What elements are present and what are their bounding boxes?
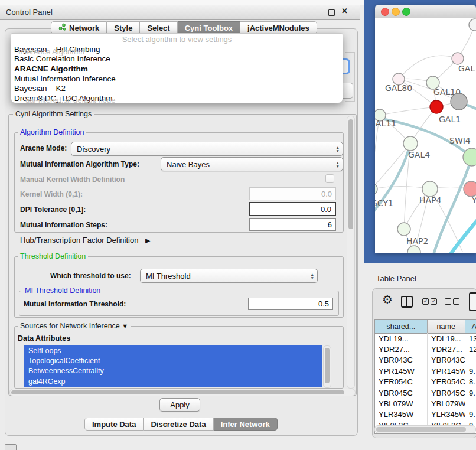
dropdown-items: Bayesian – Hill ClimbingBasic Correlatio… <box>11 44 343 103</box>
manual-kernel-checkbox[interactable] <box>325 174 334 183</box>
document-icon[interactable] <box>469 292 476 311</box>
sources-legend-label: Sources for Network Inference <box>20 322 120 330</box>
tab-style[interactable]: Style <box>107 21 140 34</box>
settings-horizontal-scrollbar[interactable] <box>9 389 356 396</box>
network-node-gal[interactable] <box>452 53 464 64</box>
data-attribute-item[interactable]: TopologicalCoefficient <box>24 356 322 366</box>
network-node-hap4[interactable] <box>422 181 438 197</box>
tab-select[interactable]: Select <box>140 21 177 34</box>
checked-box-icon[interactable]: ✓ <box>431 298 437 305</box>
tab-cyni-toolbox[interactable]: Cyni Toolbox <box>178 21 240 34</box>
kernel-width-field[interactable]: 0.0 <box>249 187 336 200</box>
tab-impute-data[interactable]: Impute Data <box>84 418 144 431</box>
table-row[interactable]: YBL079WYBL079W <box>375 398 476 409</box>
node-label: SWI4 <box>449 136 471 145</box>
network-canvas[interactable]: GALGAL80GAL10GAL1GAL11SWI4GAL4GCY1HAP4YH… <box>375 18 476 253</box>
network-node[interactable] <box>451 93 467 110</box>
mi-steps-label: Mutual Information Steps: <box>20 221 107 229</box>
scrollbar-thumb[interactable] <box>325 348 330 383</box>
close-icon[interactable]: ✕ <box>341 6 348 15</box>
data-attributes-label: Data Attributes <box>18 334 70 343</box>
table-cell: YBR043C <box>428 355 465 366</box>
algorithm-option-mutual-information-inference[interactable]: Mutual Information Inference <box>11 74 343 84</box>
table-cell: 8. <box>465 377 476 387</box>
data-attribute-item[interactable]: gal4RGexp <box>24 376 322 386</box>
sources-legend[interactable]: Sources for Network Inference ▼ <box>18 322 131 330</box>
tab-jactivemnodules[interactable]: jActiveMNodules <box>240 21 317 34</box>
mi-algorithm-type-label: Mutual Information Algorithm Type: <box>20 160 139 168</box>
stepper-icon: ▲▼ <box>336 143 340 155</box>
settings-vertical-scrollbar[interactable] <box>347 116 355 389</box>
mi-threshold-field[interactable]: 0.5 <box>248 298 333 310</box>
node-label: GAL11 <box>375 119 396 128</box>
stepper-icon: ▲▼ <box>336 158 340 171</box>
scrollbar-thumb[interactable] <box>11 390 344 394</box>
network-node[interactable] <box>469 19 476 31</box>
algorithm-option-aracne-algorithm[interactable]: ARACNE Algorithm <box>11 64 343 74</box>
aracne-mode-select[interactable]: Discovery ▲▼ <box>71 142 343 156</box>
which-threshold-label: Which threshold to use: <box>50 272 131 280</box>
table-row[interactable]: YER054CYER054C8. <box>375 377 476 387</box>
network-node[interactable] <box>407 246 420 253</box>
column-header-shared[interactable]: shared... <box>375 320 428 333</box>
table-row[interactable]: YPR145WYPR145W9. <box>375 366 476 376</box>
table-row[interactable]: YDR27...YDR27...12 <box>375 344 476 354</box>
zoom-traffic-light[interactable] <box>402 8 410 16</box>
network-node-gcy1[interactable] <box>375 183 377 195</box>
aracne-mode-label: Aracne Mode: <box>20 144 67 152</box>
data-attribute-item[interactable]: BetweennessCentrality <box>24 366 322 376</box>
table-row[interactable]: YBR043CYBR043C <box>375 355 476 366</box>
table-row[interactable]: YDL19...YDL19...13 <box>375 333 476 344</box>
apply-button[interactable]: Apply <box>159 398 200 412</box>
mi-steps-field[interactable]: 6 <box>249 218 336 231</box>
tab-label: Impute Data <box>92 420 136 429</box>
control-panel-titlebar: Control Panel ✕ <box>0 5 360 20</box>
minimize-traffic-light[interactable] <box>392 8 400 16</box>
network-window-titlebar[interactable] <box>375 5 476 18</box>
minimized-panel-icon[interactable] <box>5 444 17 450</box>
dpi-tolerance-field[interactable]: 0.0 <box>249 202 336 216</box>
tab-network[interactable]: Network <box>51 21 107 34</box>
tab-infer-network[interactable]: Infer Network <box>214 418 278 431</box>
algorithm-option-bayesian-k2[interactable]: Bayesian – K2 <box>11 83 343 93</box>
mi-algorithm-type-select[interactable]: Naive Bayes ▲▼ <box>161 157 343 171</box>
network-node-y[interactable] <box>464 181 476 197</box>
node-table: shared...nameA YDL19...YDL19...13YDR27..… <box>374 319 476 434</box>
close-traffic-light[interactable] <box>381 8 389 16</box>
table-row[interactable]: YLR345WYLR345W9. <box>375 409 476 420</box>
table-row[interactable]: YIL052CYIL052C9 <box>375 420 476 425</box>
table-row[interactable]: YBR045CYBR045C9. <box>375 387 476 398</box>
table-cell: YIL052C <box>375 420 428 425</box>
algorithm-option-bayesian-hill-climbing[interactable]: Bayesian – Hill Climbing <box>11 44 343 54</box>
arrow-down-icon: ▼ <box>336 149 340 153</box>
which-threshold-select[interactable]: MI Threshold ▲▼ <box>140 269 318 283</box>
scrollbar-thumb[interactable] <box>348 119 353 229</box>
hub-definition-toggle[interactable]: Hub/Transcription Factor Definition ▶ <box>20 236 150 244</box>
selected-value: Discovery <box>77 145 110 154</box>
column-header-a[interactable]: A <box>465 320 476 333</box>
gear-icon[interactable]: ⚙ <box>382 292 393 306</box>
scrollbar-thumb[interactable] <box>376 427 466 432</box>
node-label: GAL4 <box>408 150 430 159</box>
table-cell <box>465 355 476 366</box>
unchecked-box-icon[interactable] <box>453 298 459 305</box>
algorithm-dropdown: Inference Algorithm gal-filtered.sif def… <box>11 33 343 103</box>
algorithm-option-basic-correlation-inference[interactable]: Basic Correlation Inference <box>11 54 343 64</box>
unchecked-box-icon[interactable] <box>445 298 451 305</box>
kernel-width-label: Kernel Width (0,1): <box>20 190 83 198</box>
network-node-gal4[interactable] <box>403 136 418 151</box>
data-attribute-item[interactable]: SelfLoops <box>24 345 322 356</box>
attributes-scrollbar[interactable] <box>323 345 331 388</box>
table-horizontal-scrollbar[interactable] <box>374 425 476 433</box>
checked-box-icon[interactable]: ✓ <box>422 298 429 305</box>
dpi-tolerance-label: DPI Tolerance [0,1]: <box>20 206 86 214</box>
stepper-icon: ▲▼ <box>311 270 314 282</box>
network-node-gal1[interactable] <box>430 100 443 113</box>
network-node-hap2[interactable] <box>397 223 410 236</box>
column-header-name[interactable]: name <box>428 320 465 333</box>
table-cell: 9 <box>465 420 476 425</box>
float-panel-icon[interactable] <box>328 9 335 16</box>
columns-icon[interactable] <box>401 296 413 308</box>
tab-discretize-data[interactable]: Discretize Data <box>144 418 213 431</box>
algorithm-option-dream8-dc-tdc-algorithm[interactable]: Dream8 DC_TDC Algorithm <box>11 93 343 103</box>
